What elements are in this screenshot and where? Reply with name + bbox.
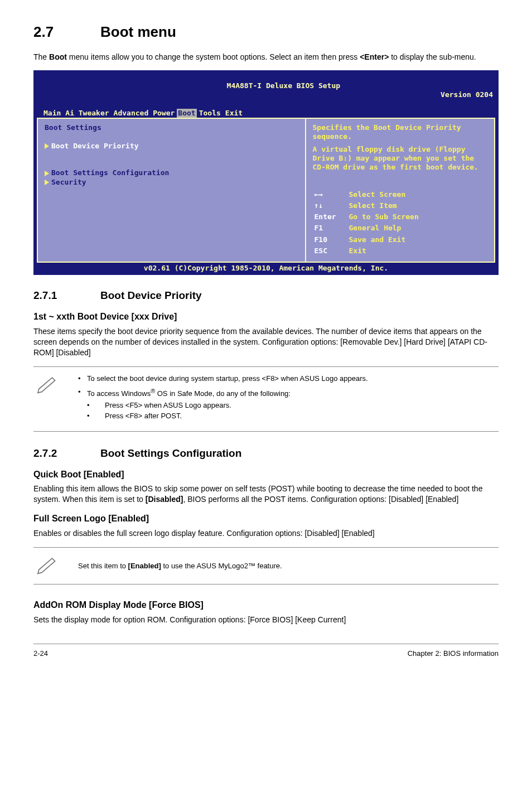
note-pencil-icon — [36, 375, 59, 394]
bios-tab-tools[interactable]: Tools — [197, 109, 223, 118]
addon-rom-heading: AddOn ROM Display Mode [Force BIOS] — [33, 599, 499, 611]
note-box-2: Set this item to [Enabled] to use the AS… — [33, 547, 499, 584]
bios-footer: v02.61 (C)Copyright 1985-2010, American … — [37, 263, 495, 275]
note1-sub2: Press <F8> after POST. — [87, 411, 496, 421]
section-title-text: Boot menu — [100, 23, 176, 40]
subsection-2-7-2: 2.7.2Boot Settings Configuration — [33, 446, 499, 461]
bios-tab-boot[interactable]: Boot — [177, 109, 196, 118]
note1-bullet1: To select the boot device during system … — [78, 374, 496, 384]
boot-device-para: These items specify the boot device prio… — [33, 326, 499, 358]
note1-sub1: Press <F5> when ASUS Logo appears. — [87, 400, 496, 410]
bios-screen: M4A88T-I Deluxe BIOS Setup Version 0204 … — [33, 70, 499, 276]
bios-tab-advanced[interactable]: Advanced — [112, 109, 151, 118]
section-heading: 2.7Boot menu — [33, 22, 499, 42]
section-number: 2.7 — [33, 22, 100, 42]
bios-item-security[interactable]: Security — [45, 178, 298, 187]
bios-help-pane: Specifies the Boot Device Priority seque… — [313, 123, 487, 172]
submenu-arrow-icon — [45, 171, 49, 176]
bios-tab-power[interactable]: Power — [151, 109, 177, 118]
note-pencil-icon — [36, 555, 59, 574]
full-screen-logo-para: Enables or disables the full screen logo… — [33, 528, 499, 539]
arrows-lr-icon: ←→ — [314, 190, 347, 200]
page-footer: 2-24 Chapter 2: BIOS information — [33, 644, 499, 659]
bios-help-text1: Specifies the Boot Device Priority seque… — [313, 123, 487, 142]
boot-device-item-heading: 1st ~ xxth Boot Device [xxx Drive] — [33, 311, 499, 323]
bios-tab-exit[interactable]: Exit — [223, 109, 245, 118]
page-number: 2-24 — [33, 649, 48, 659]
bios-tab-bar: Main Ai Tweaker Advanced Power Boot Tool… — [37, 109, 495, 118]
bios-title: M4A88T-I Deluxe BIOS Setup — [227, 81, 341, 90]
bios-item-boot-priority[interactable]: Boot Device Priority — [45, 142, 298, 151]
bios-item-boot-settings-conf[interactable]: Boot Settings Configuration — [45, 168, 298, 177]
chapter-label: Chapter 2: BIOS information — [408, 649, 499, 659]
bios-panel-heading: Boot Settings — [45, 123, 298, 132]
bios-legend: ←→Select Screen ↑↓Select Item EnterGo to… — [313, 189, 487, 258]
bios-help-text2: A virtual floppy disk drive (Floppy Driv… — [313, 145, 487, 172]
note-box-1: To select the boot device during system … — [33, 366, 499, 432]
full-screen-logo-heading: Full Screen Logo [Enabled] — [33, 513, 499, 525]
quick-boot-heading: Quick Boot [Enabled] — [33, 468, 499, 481]
bios-tab-aitweaker[interactable]: Ai Tweaker — [63, 109, 111, 118]
submenu-arrow-icon — [45, 180, 49, 185]
subsection-2-7-1: 2.7.1Boot Device Priority — [33, 288, 499, 303]
arrows-ud-icon: ↑↓ — [314, 201, 347, 211]
quick-boot-para: Enabling this item allows the BIOS to sk… — [33, 484, 499, 505]
addon-rom-para: Sets the display mode for option ROM. Co… — [33, 615, 499, 625]
note1-bullet2: To access Windows® OS in Safe Mode, do a… — [78, 387, 496, 421]
bios-version: Version 0204 — [441, 90, 493, 99]
submenu-arrow-icon — [45, 143, 49, 149]
section-intro: The Boot menu items allow you to change … — [33, 52, 499, 62]
bios-tab-main[interactable]: Main — [41, 109, 63, 118]
